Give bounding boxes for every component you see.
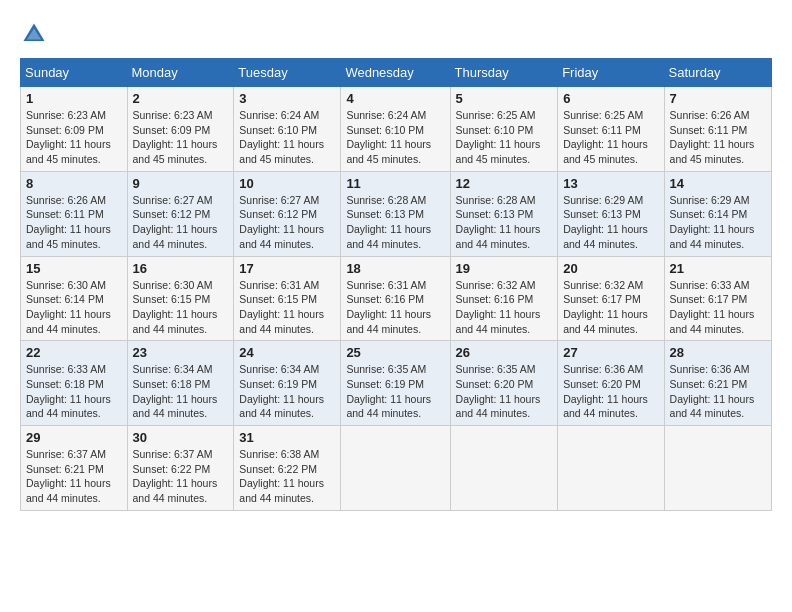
day-number: 6 bbox=[563, 91, 658, 106]
calendar-day-cell: 21Sunrise: 6:33 AMSunset: 6:17 PMDayligh… bbox=[664, 256, 771, 341]
day-info: Sunrise: 6:33 AMSunset: 6:18 PMDaylight:… bbox=[26, 362, 122, 421]
calendar-day-cell: 7Sunrise: 6:26 AMSunset: 6:11 PMDaylight… bbox=[664, 87, 771, 172]
calendar-day-cell: 14Sunrise: 6:29 AMSunset: 6:14 PMDayligh… bbox=[664, 171, 771, 256]
day-info: Sunrise: 6:23 AMSunset: 6:09 PMDaylight:… bbox=[26, 108, 122, 167]
day-number: 2 bbox=[133, 91, 229, 106]
calendar-day-cell bbox=[341, 426, 450, 511]
calendar-day-cell bbox=[664, 426, 771, 511]
calendar-day-cell: 25Sunrise: 6:35 AMSunset: 6:19 PMDayligh… bbox=[341, 341, 450, 426]
day-info: Sunrise: 6:25 AMSunset: 6:10 PMDaylight:… bbox=[456, 108, 553, 167]
day-info: Sunrise: 6:28 AMSunset: 6:13 PMDaylight:… bbox=[456, 193, 553, 252]
calendar-day-cell: 13Sunrise: 6:29 AMSunset: 6:13 PMDayligh… bbox=[558, 171, 664, 256]
calendar-day-cell: 16Sunrise: 6:30 AMSunset: 6:15 PMDayligh… bbox=[127, 256, 234, 341]
calendar-day-cell: 4Sunrise: 6:24 AMSunset: 6:10 PMDaylight… bbox=[341, 87, 450, 172]
calendar-day-cell: 8Sunrise: 6:26 AMSunset: 6:11 PMDaylight… bbox=[21, 171, 128, 256]
day-info: Sunrise: 6:25 AMSunset: 6:11 PMDaylight:… bbox=[563, 108, 658, 167]
day-number: 31 bbox=[239, 430, 335, 445]
day-info: Sunrise: 6:36 AMSunset: 6:20 PMDaylight:… bbox=[563, 362, 658, 421]
day-number: 9 bbox=[133, 176, 229, 191]
weekday-header-thursday: Thursday bbox=[450, 59, 558, 87]
day-number: 7 bbox=[670, 91, 766, 106]
day-info: Sunrise: 6:32 AMSunset: 6:16 PMDaylight:… bbox=[456, 278, 553, 337]
weekday-header-friday: Friday bbox=[558, 59, 664, 87]
calendar-day-cell: 22Sunrise: 6:33 AMSunset: 6:18 PMDayligh… bbox=[21, 341, 128, 426]
calendar-day-cell: 18Sunrise: 6:31 AMSunset: 6:16 PMDayligh… bbox=[341, 256, 450, 341]
weekday-header-monday: Monday bbox=[127, 59, 234, 87]
calendar-day-cell: 28Sunrise: 6:36 AMSunset: 6:21 PMDayligh… bbox=[664, 341, 771, 426]
day-number: 27 bbox=[563, 345, 658, 360]
day-number: 4 bbox=[346, 91, 444, 106]
day-info: Sunrise: 6:35 AMSunset: 6:19 PMDaylight:… bbox=[346, 362, 444, 421]
day-number: 14 bbox=[670, 176, 766, 191]
day-number: 15 bbox=[26, 261, 122, 276]
weekday-header-saturday: Saturday bbox=[664, 59, 771, 87]
calendar-table: SundayMondayTuesdayWednesdayThursdayFrid… bbox=[20, 58, 772, 511]
day-info: Sunrise: 6:36 AMSunset: 6:21 PMDaylight:… bbox=[670, 362, 766, 421]
day-info: Sunrise: 6:37 AMSunset: 6:22 PMDaylight:… bbox=[133, 447, 229, 506]
day-info: Sunrise: 6:27 AMSunset: 6:12 PMDaylight:… bbox=[133, 193, 229, 252]
calendar-day-cell: 19Sunrise: 6:32 AMSunset: 6:16 PMDayligh… bbox=[450, 256, 558, 341]
calendar-day-cell: 6Sunrise: 6:25 AMSunset: 6:11 PMDaylight… bbox=[558, 87, 664, 172]
day-info: Sunrise: 6:23 AMSunset: 6:09 PMDaylight:… bbox=[133, 108, 229, 167]
day-info: Sunrise: 6:31 AMSunset: 6:15 PMDaylight:… bbox=[239, 278, 335, 337]
logo bbox=[20, 20, 54, 48]
day-number: 18 bbox=[346, 261, 444, 276]
day-info: Sunrise: 6:26 AMSunset: 6:11 PMDaylight:… bbox=[670, 108, 766, 167]
calendar-day-cell: 29Sunrise: 6:37 AMSunset: 6:21 PMDayligh… bbox=[21, 426, 128, 511]
calendar-day-cell: 31Sunrise: 6:38 AMSunset: 6:22 PMDayligh… bbox=[234, 426, 341, 511]
calendar-day-cell: 3Sunrise: 6:24 AMSunset: 6:10 PMDaylight… bbox=[234, 87, 341, 172]
day-info: Sunrise: 6:30 AMSunset: 6:15 PMDaylight:… bbox=[133, 278, 229, 337]
calendar-day-cell bbox=[558, 426, 664, 511]
day-info: Sunrise: 6:28 AMSunset: 6:13 PMDaylight:… bbox=[346, 193, 444, 252]
calendar-day-cell: 20Sunrise: 6:32 AMSunset: 6:17 PMDayligh… bbox=[558, 256, 664, 341]
weekday-header-wednesday: Wednesday bbox=[341, 59, 450, 87]
day-number: 21 bbox=[670, 261, 766, 276]
day-info: Sunrise: 6:37 AMSunset: 6:21 PMDaylight:… bbox=[26, 447, 122, 506]
day-number: 19 bbox=[456, 261, 553, 276]
page-header bbox=[20, 20, 772, 48]
day-info: Sunrise: 6:35 AMSunset: 6:20 PMDaylight:… bbox=[456, 362, 553, 421]
day-info: Sunrise: 6:26 AMSunset: 6:11 PMDaylight:… bbox=[26, 193, 122, 252]
day-number: 12 bbox=[456, 176, 553, 191]
logo-icon bbox=[20, 20, 48, 48]
day-number: 16 bbox=[133, 261, 229, 276]
day-number: 29 bbox=[26, 430, 122, 445]
day-info: Sunrise: 6:24 AMSunset: 6:10 PMDaylight:… bbox=[346, 108, 444, 167]
day-info: Sunrise: 6:34 AMSunset: 6:19 PMDaylight:… bbox=[239, 362, 335, 421]
calendar-day-cell: 23Sunrise: 6:34 AMSunset: 6:18 PMDayligh… bbox=[127, 341, 234, 426]
calendar-header-row: SundayMondayTuesdayWednesdayThursdayFrid… bbox=[21, 59, 772, 87]
day-info: Sunrise: 6:30 AMSunset: 6:14 PMDaylight:… bbox=[26, 278, 122, 337]
day-info: Sunrise: 6:24 AMSunset: 6:10 PMDaylight:… bbox=[239, 108, 335, 167]
weekday-header-tuesday: Tuesday bbox=[234, 59, 341, 87]
day-info: Sunrise: 6:31 AMSunset: 6:16 PMDaylight:… bbox=[346, 278, 444, 337]
day-number: 11 bbox=[346, 176, 444, 191]
calendar-day-cell bbox=[450, 426, 558, 511]
calendar-day-cell: 1Sunrise: 6:23 AMSunset: 6:09 PMDaylight… bbox=[21, 87, 128, 172]
day-number: 30 bbox=[133, 430, 229, 445]
day-info: Sunrise: 6:29 AMSunset: 6:14 PMDaylight:… bbox=[670, 193, 766, 252]
calendar-day-cell: 24Sunrise: 6:34 AMSunset: 6:19 PMDayligh… bbox=[234, 341, 341, 426]
day-number: 25 bbox=[346, 345, 444, 360]
day-info: Sunrise: 6:27 AMSunset: 6:12 PMDaylight:… bbox=[239, 193, 335, 252]
day-info: Sunrise: 6:33 AMSunset: 6:17 PMDaylight:… bbox=[670, 278, 766, 337]
day-number: 22 bbox=[26, 345, 122, 360]
calendar-day-cell: 17Sunrise: 6:31 AMSunset: 6:15 PMDayligh… bbox=[234, 256, 341, 341]
day-number: 13 bbox=[563, 176, 658, 191]
day-number: 26 bbox=[456, 345, 553, 360]
day-number: 5 bbox=[456, 91, 553, 106]
day-info: Sunrise: 6:32 AMSunset: 6:17 PMDaylight:… bbox=[563, 278, 658, 337]
calendar-day-cell: 11Sunrise: 6:28 AMSunset: 6:13 PMDayligh… bbox=[341, 171, 450, 256]
calendar-week-row: 15Sunrise: 6:30 AMSunset: 6:14 PMDayligh… bbox=[21, 256, 772, 341]
day-info: Sunrise: 6:38 AMSunset: 6:22 PMDaylight:… bbox=[239, 447, 335, 506]
day-info: Sunrise: 6:29 AMSunset: 6:13 PMDaylight:… bbox=[563, 193, 658, 252]
day-info: Sunrise: 6:34 AMSunset: 6:18 PMDaylight:… bbox=[133, 362, 229, 421]
calendar-day-cell: 15Sunrise: 6:30 AMSunset: 6:14 PMDayligh… bbox=[21, 256, 128, 341]
calendar-day-cell: 9Sunrise: 6:27 AMSunset: 6:12 PMDaylight… bbox=[127, 171, 234, 256]
calendar-day-cell: 26Sunrise: 6:35 AMSunset: 6:20 PMDayligh… bbox=[450, 341, 558, 426]
calendar-week-row: 29Sunrise: 6:37 AMSunset: 6:21 PMDayligh… bbox=[21, 426, 772, 511]
calendar-day-cell: 2Sunrise: 6:23 AMSunset: 6:09 PMDaylight… bbox=[127, 87, 234, 172]
calendar-day-cell: 10Sunrise: 6:27 AMSunset: 6:12 PMDayligh… bbox=[234, 171, 341, 256]
day-number: 3 bbox=[239, 91, 335, 106]
day-number: 20 bbox=[563, 261, 658, 276]
weekday-header-sunday: Sunday bbox=[21, 59, 128, 87]
